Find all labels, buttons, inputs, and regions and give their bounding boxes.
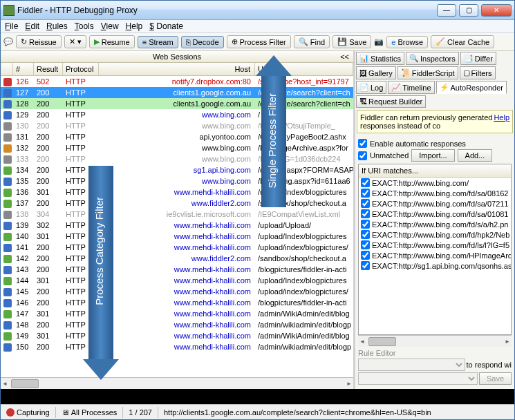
add-button[interactable]: Add... [458,149,493,162]
table-row[interactable]: 139302HTTPwww.mehdi-khalili.com/upload/U… [1,220,353,231]
clear-cache-button[interactable]: 🧹Clear Cache [431,35,494,48]
horizontal-scrollbar[interactable] [1,377,353,389]
process-filter-button[interactable]: ⊕Process Filter [227,35,291,48]
table-row[interactable]: 141200HTTPwww.mehdi-khalili.com/upload/i… [1,242,353,253]
rule-row[interactable]: EXACT:http://www.bing.com/fd/hpk2/Neb [359,229,511,240]
rule-save-button[interactable]: Save [479,372,512,385]
col-result[interactable]: Result [34,63,63,75]
rule-checkbox[interactable] [361,251,370,260]
minimize-button[interactable]: — [437,4,456,17]
rule-row[interactable]: EXACT:http://sg1.api.bing.com/qsonhs.as [359,260,511,271]
help-link[interactable]: Help [494,113,509,130]
table-row[interactable]: 136301HTTPwww.mehdi-khalili.com/upload/I… [1,187,353,198]
menu-rules[interactable]: Rules [46,21,68,31]
rule-row[interactable]: EXACT:http://www.bing.com/fd/ls/l?IG=f5 [359,240,511,250]
table-row[interactable]: 144301HTTPwww.mehdi-khalili.com/upload/I… [1,275,353,286]
tab-differ[interactable]: 📑 Differ [460,52,496,65]
tab-inspectors[interactable]: 🔍 Inspectors [406,52,459,65]
table-row[interactable]: 138304HTTPie9cvlist.ie.microsoft.com/IE9… [1,209,353,220]
row-icon [3,332,12,341]
menu-file[interactable]: File [5,21,18,31]
table-row[interactable]: 143200HTTPwww.mehdi-khalili.com/blogpict… [1,264,353,275]
rule-checkbox[interactable] [361,261,370,270]
rule-checkbox[interactable] [361,230,370,239]
stream-button[interactable]: ≡Stream [138,36,178,48]
table-row[interactable]: 147301HTTPwww.mehdi-khalili.com/admin/Wi… [1,308,353,319]
process-filter-status[interactable]: 🖥All Processes [56,407,124,418]
rule-checkbox[interactable] [361,199,370,208]
rule-checkbox[interactable] [361,189,370,198]
grid-rows[interactable]: 126502HTTPnotify7.dropbox.com:80/subscri… [1,76,353,376]
rule-row[interactable]: EXACT:http://www.bing.com/fd/sa/07211 [359,198,511,209]
save-button[interactable]: 💾Save [333,35,371,48]
tab-timeline[interactable]: 📈 Timeline [388,81,434,94]
rule-action-select[interactable] [358,372,478,385]
rules-list[interactable]: If URI matches... EXACT:http://www.bing.… [358,164,512,335]
table-row[interactable]: 135200HTTPwww.bing.com/LoadBing.aspx?id=… [1,175,353,187]
tab-filters[interactable]: ▢ Filters [460,66,496,79]
tab-autoresponder[interactable]: ⚡ AutoResponder [436,81,507,94]
table-row[interactable]: 133200HTTPwww.bing.com/fd/ls/l?IG=1d036d… [1,153,353,164]
unmatched-checkbox[interactable]: Unmatched [358,151,409,160]
rule-checkbox[interactable] [361,220,370,229]
grid-header: # Result Protocol Host URL [1,63,353,76]
tab-statistics[interactable]: 📊 Statistics [356,52,404,65]
resume-button[interactable]: ▶Resume [89,35,135,48]
table-row[interactable]: 149301HTTPwww.mehdi-khalili.com/admin/Wi… [1,330,353,341]
tab-requestbuilder[interactable]: 🏗 Request Builder [356,95,426,108]
import-button[interactable]: Import... [411,149,454,162]
col-host[interactable]: Host [99,63,255,75]
rule-row[interactable]: EXACT:http://www.bing.com/ [359,178,511,188]
browse-button[interactable]: eBrowse [386,36,428,48]
col-num[interactable]: # [13,63,34,75]
table-row[interactable]: 127200HTTPclients1.google.com.au/complet… [1,87,353,98]
remove-button[interactable]: ✕▾ [64,35,86,48]
table-row[interactable]: 148200HTTPwww.mehdi-khalili.com/admin/wi… [1,319,353,330]
maximize-button[interactable]: ▢ [459,4,478,17]
table-row[interactable]: 128200HTTPclients1.google.com.au/complet… [1,98,353,109]
rule-checkbox[interactable] [361,178,370,187]
capturing-indicator[interactable]: Capturing [1,407,56,418]
table-row[interactable]: 130200HTTPwww.bing.com/fd/hpk2/OtsujiTem… [1,120,353,131]
comment-icon[interactable]: 💬 [3,37,13,47]
row-icon [3,244,12,252]
tab-fiddlerscript[interactable]: 📜 FiddlerScript [397,66,458,79]
rule-row[interactable]: EXACT:http://www.bing.com/HPImageArc [359,250,511,260]
rule-checkbox[interactable] [361,209,370,218]
table-row[interactable]: 146200HTTPwww.mehdi-khalili.com/blogpict… [1,297,353,308]
table-row[interactable]: 129200HTTPwww.bing.com/ [1,109,353,120]
rule-row[interactable]: EXACT:http://www.bing.com/fd/sa/01081 [359,209,511,219]
menu-tools[interactable]: Tools [75,21,94,31]
table-row[interactable]: 142200HTTPwww.fiddler2.com/sandbox/shop/… [1,253,353,264]
clear-icon: 🧹 [436,37,445,46]
col-url[interactable]: URL [255,63,353,75]
rules-scrollbar[interactable] [358,335,512,347]
enable-responses-checkbox[interactable]: Enable automatic responses [358,139,512,148]
sessions-collapse[interactable]: << [340,52,349,61]
rule-row[interactable]: EXACT:http://www.bing.com/fd/s/a/h2.pn [359,219,511,229]
tab-log[interactable]: 📄 Log [356,81,386,94]
table-row[interactable]: 140301HTTPwww.mehdi-khalili.com/upload/I… [1,231,353,242]
table-row[interactable]: 137200HTTPwww.fiddler2.com/sandbox/shop/… [1,198,353,209]
table-row[interactable]: 134200HTTPsg1.api.bing.com/qsonhs.aspx?F… [1,164,353,175]
table-row[interactable]: 131200HTTPapi.yontoo.com/GetYBuyPageBoot… [1,131,353,142]
camera-icon[interactable]: 📷 [374,37,384,47]
menu-view[interactable]: View [101,21,119,31]
tab-gallery[interactable]: 🖼 Gallery [356,66,396,79]
decode-button[interactable]: ⎘Decode [181,36,224,48]
menu-donate[interactable]: $ Donate [149,21,183,31]
reissue-button[interactable]: ↻Reissue [16,35,62,48]
table-row[interactable]: 126502HTTPnotify7.dropbox.com:80/subscri… [1,76,353,87]
rule-match-select[interactable] [358,359,465,371]
menu-help[interactable]: Help [126,21,143,31]
table-row[interactable]: 150200HTTPwww.mehdi-khalili.com/admin/wi… [1,341,353,352]
quickexec-bar[interactable] [1,389,514,404]
col-protocol[interactable]: Protocol [63,63,99,75]
table-row[interactable]: 145200HTTPwww.mehdi-khalili.com/upload/i… [1,286,353,297]
rule-checkbox[interactable] [361,240,370,249]
close-button[interactable]: ✕ [481,4,512,17]
rule-row[interactable]: EXACT:http://www.bing.com/fd/sa/08162 [359,188,511,198]
table-row[interactable]: 132200HTTPwww.bing.com/HPImageArchive.as… [1,142,353,153]
menu-edit[interactable]: Edit [25,21,39,31]
find-button[interactable]: 🔍Find [294,35,330,48]
